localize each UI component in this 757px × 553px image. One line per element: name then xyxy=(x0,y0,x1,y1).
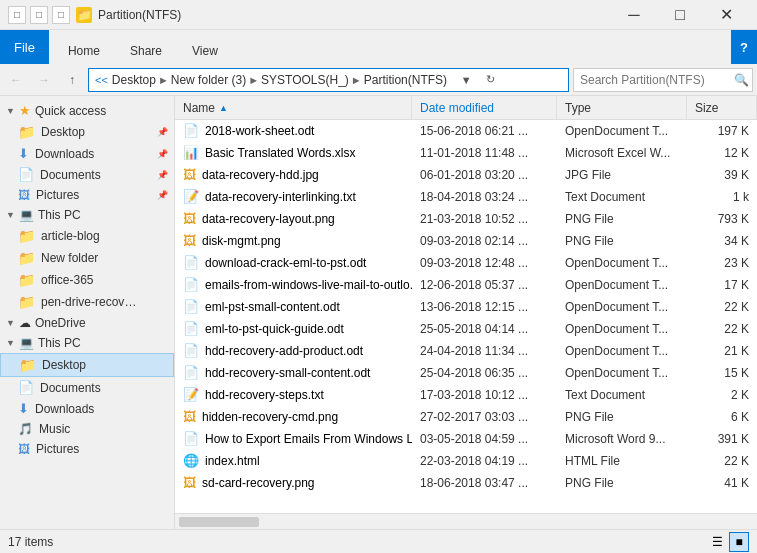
table-row[interactable]: 📄 eml-to-pst-quick-guide.odt 25-05-2018 … xyxy=(175,318,757,340)
file-name: index.html xyxy=(205,454,260,468)
file-name: hidden-recovery-cmd.png xyxy=(202,410,338,424)
file-name: download-crack-eml-to-pst.odt xyxy=(205,256,366,270)
sidebar-item-documents-qa[interactable]: 📄 Documents 📌 xyxy=(0,164,174,185)
help-button[interactable]: ? xyxy=(731,30,757,64)
large-icon-view-button[interactable]: ■ xyxy=(729,532,749,552)
file-date: 09-03-2018 02:14 ... xyxy=(412,230,557,251)
ribbon-tabs: Home Share View xyxy=(49,30,731,64)
breadcrumb: Desktop ► New folder (3) ► SYSTOOLS(H_) … xyxy=(112,73,447,87)
file-type: OpenDocument T... xyxy=(557,252,687,273)
file-icon: 📝 xyxy=(183,189,199,204)
table-row[interactable]: 🖼 data-recovery-layout.png 21-03-2018 10… xyxy=(175,208,757,230)
close-button[interactable]: ✕ xyxy=(703,0,749,30)
file-date: 27-02-2017 03:03 ... xyxy=(412,406,557,427)
col-header-size[interactable]: Size xyxy=(687,96,757,119)
file-name: data-recovery-hdd.jpg xyxy=(202,168,319,182)
sidebar-item-desktop-qa[interactable]: 📁 Desktop 📌 xyxy=(0,121,174,143)
sidebar-item-new-folder[interactable]: 📁 New folder xyxy=(0,247,174,269)
sidebar-item-documents-pc[interactable]: 📄 Documents xyxy=(0,377,174,398)
music-icon: 🎵 xyxy=(18,422,33,436)
search-box[interactable]: 🔍 xyxy=(573,68,753,92)
crumb-newfolder[interactable]: New folder (3) xyxy=(171,73,246,87)
address-bar[interactable]: << Desktop ► New folder (3) ► SYSTOOLS(H… xyxy=(88,68,569,92)
table-row[interactable]: 📄 emails-from-windows-live-mail-to-outlo… xyxy=(175,274,757,296)
table-row[interactable]: 📄 hdd-recovery-small-content.odt 25-04-2… xyxy=(175,362,757,384)
sidebar-item-music-pc[interactable]: 🎵 Music xyxy=(0,419,174,439)
sidebar-item-pictures-pc[interactable]: 🖼 Pictures xyxy=(0,439,174,459)
sidebar-item-downloads-pc[interactable]: ⬇ Downloads xyxy=(0,398,174,419)
cloud-icon: ☁ xyxy=(19,316,31,330)
table-row[interactable]: 📄 hdd-recovery-add-product.odt 24-04-201… xyxy=(175,340,757,362)
details-view-button[interactable]: ☰ xyxy=(707,532,727,552)
sidebar-item-pen-drive[interactable]: 📁 pen-drive-recovery- xyxy=(0,291,174,313)
table-row[interactable]: 🌐 index.html 22-03-2018 04:19 ... HTML F… xyxy=(175,450,757,472)
file-type: OpenDocument T... xyxy=(557,274,687,295)
file-name: data-recovery-interlinking.txt xyxy=(205,190,356,204)
file-size: 793 K xyxy=(687,208,757,229)
file-icon: 📄 xyxy=(183,299,199,314)
crumb-systools[interactable]: SYSTOOLS(H_) xyxy=(261,73,349,87)
item-count: 17 items xyxy=(8,535,53,549)
file-name: hdd-recovery-small-content.odt xyxy=(205,366,370,380)
table-row[interactable]: 📄 eml-pst-small-content.odt 13-06-2018 1… xyxy=(175,296,757,318)
table-row[interactable]: 🖼 sd-card-recovery.png 18-06-2018 03:47 … xyxy=(175,472,757,494)
pictures-icon: 🖼 xyxy=(18,188,30,202)
maximize-button[interactable]: □ xyxy=(657,0,703,30)
folder-icon: 📁 xyxy=(18,250,35,266)
sys-icon-2[interactable]: □ xyxy=(30,6,48,24)
pin-icon: 📌 xyxy=(157,149,168,159)
sys-icon-3[interactable]: □ xyxy=(52,6,70,24)
sidebar-section-quick-access[interactable]: ▼ ★ Quick access xyxy=(0,100,174,121)
table-row[interactable]: 📄 How to Export Emails From Windows Liv.… xyxy=(175,428,757,450)
file-icon: 🖼 xyxy=(183,475,196,490)
file-date: 11-01-2018 11:48 ... xyxy=(412,142,557,163)
view-controls: ☰ ■ xyxy=(707,532,749,552)
table-row[interactable]: 📊 Basic Translated Words.xlsx 11-01-2018… xyxy=(175,142,757,164)
hscroll-bar[interactable] xyxy=(175,513,757,529)
table-row[interactable]: 🖼 data-recovery-hdd.jpg 06-01-2018 03:20… xyxy=(175,164,757,186)
sidebar-item-office-365[interactable]: 📁 office-365 xyxy=(0,269,174,291)
window-icon: 📁 xyxy=(76,7,92,23)
tab-home[interactable]: Home xyxy=(53,36,115,64)
col-header-date[interactable]: Date modified xyxy=(412,96,557,119)
table-row[interactable]: 🖼 disk-mgmt.png 09-03-2018 02:14 ... PNG… xyxy=(175,230,757,252)
sidebar-item-desktop-pc[interactable]: 📁 Desktop xyxy=(0,353,174,377)
tab-share[interactable]: Share xyxy=(115,36,177,64)
forward-button[interactable]: → xyxy=(32,68,56,92)
file-type: Text Document xyxy=(557,186,687,207)
minimize-button[interactable]: ─ xyxy=(611,0,657,30)
sidebar-section-this-pc-2[interactable]: ▼ 💻 This PC xyxy=(0,333,174,353)
table-row[interactable]: 📄 download-crack-eml-to-pst.odt 09-03-20… xyxy=(175,252,757,274)
crumb-desktop[interactable]: Desktop xyxy=(112,73,156,87)
file-size: 2 K xyxy=(687,384,757,405)
file-type: OpenDocument T... xyxy=(557,120,687,141)
sys-icon-1[interactable]: □ xyxy=(8,6,26,24)
back-button[interactable]: ← xyxy=(4,68,28,92)
file-icon: 📄 xyxy=(183,343,199,358)
refresh-button[interactable]: ↻ xyxy=(479,69,501,91)
col-header-name[interactable]: Name ▲ xyxy=(175,96,412,119)
table-row[interactable]: 📝 hdd-recovery-steps.txt 17-03-2018 10:1… xyxy=(175,384,757,406)
table-row[interactable]: 📝 data-recovery-interlinking.txt 18-04-2… xyxy=(175,186,757,208)
sidebar-section-this-pc[interactable]: ▼ 💻 This PC xyxy=(0,205,174,225)
up-button[interactable]: ↑ xyxy=(60,68,84,92)
sidebar: ▼ ★ Quick access 📁 Desktop 📌 ⬇ Downloads… xyxy=(0,96,175,529)
address-dropdown-button[interactable]: ▼ xyxy=(455,69,477,91)
pin-icon: 📌 xyxy=(157,190,168,200)
crumb-partition[interactable]: Partition(NTFS) xyxy=(364,73,447,87)
file-size: 197 K xyxy=(687,120,757,141)
sidebar-section-onedrive[interactable]: ▼ ☁ OneDrive xyxy=(0,313,174,333)
search-input[interactable] xyxy=(580,73,730,87)
sidebar-item-downloads-qa[interactable]: ⬇ Downloads 📌 xyxy=(0,143,174,164)
file-size: 391 K xyxy=(687,428,757,449)
file-menu-button[interactable]: File xyxy=(0,30,49,64)
table-row[interactable]: 📄 2018-work-sheet.odt 15-06-2018 06:21 .… xyxy=(175,120,757,142)
file-list-area: Name ▲ Date modified Type Size 📄 2018-wo… xyxy=(175,96,757,529)
nav-bar: ← → ↑ << Desktop ► New folder (3) ► SYST… xyxy=(0,64,757,96)
sidebar-item-pictures-qa[interactable]: 🖼 Pictures 📌 xyxy=(0,185,174,205)
col-header-type[interactable]: Type xyxy=(557,96,687,119)
pin-icon: 📌 xyxy=(157,127,168,137)
table-row[interactable]: 🖼 hidden-recovery-cmd.png 27-02-2017 03:… xyxy=(175,406,757,428)
sidebar-item-article-blog[interactable]: 📁 article-blog xyxy=(0,225,174,247)
tab-view[interactable]: View xyxy=(177,36,233,64)
